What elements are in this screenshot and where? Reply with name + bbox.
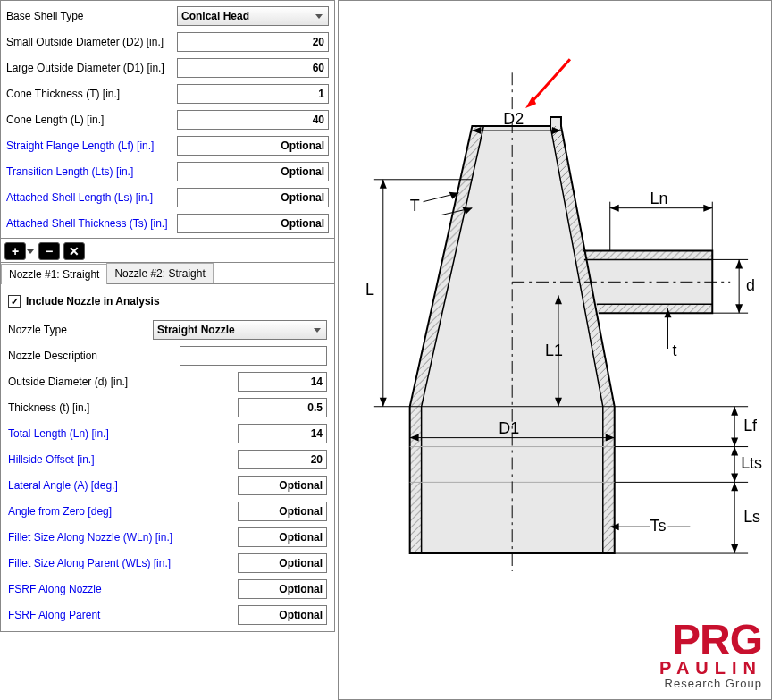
prg-logo: PRG PAULIN Research Group bbox=[659, 622, 762, 690]
noz-anglezero-label[interactable]: Angle from Zero [deg] bbox=[8, 505, 238, 518]
noz-fsrf-p-input[interactable] bbox=[238, 605, 327, 625]
lts-input[interactable] bbox=[177, 162, 329, 181]
ts-input[interactable] bbox=[177, 214, 329, 233]
d1-label: Large Outside Diameter (D1) [in.] bbox=[6, 62, 177, 74]
svg-marker-35 bbox=[735, 304, 743, 313]
plus-icon: + bbox=[12, 244, 19, 258]
d2-label: Small Outside Diameter (D2) [in.] bbox=[6, 36, 177, 48]
noz-wln-label[interactable]: Fillet Size Along Nozzle (WLn) [in.] bbox=[8, 531, 238, 544]
include-nozzle-label: Include Nozzle in Analysis bbox=[26, 295, 160, 308]
dim-ls: Ls bbox=[743, 508, 760, 526]
nozzle-tabs: Nozzle #1: Straight Nozzle #2: Straight bbox=[0, 263, 335, 284]
svg-marker-50 bbox=[731, 544, 738, 553]
nozzle-type-label: Nozzle Type bbox=[8, 324, 153, 336]
svg-marker-45 bbox=[731, 447, 738, 456]
cone-thickness-label: Cone Thickness (T) [in.] bbox=[6, 88, 177, 100]
dim-d1: D1 bbox=[499, 419, 519, 437]
close-button[interactable]: ✕ bbox=[63, 242, 85, 260]
close-icon: ✕ bbox=[69, 244, 80, 258]
minus-icon: − bbox=[46, 244, 53, 258]
noz-hillside-input[interactable] bbox=[238, 450, 327, 469]
tab-nozzle-2[interactable]: Nozzle #2: Straight bbox=[106, 263, 213, 283]
dim-ln: Ln bbox=[650, 190, 668, 207]
noz-ln-input[interactable] bbox=[238, 424, 327, 443]
noz-fsrf-p-label[interactable]: FSRF Along Parent bbox=[8, 609, 238, 621]
noz-ln-label[interactable]: Total Length (Ln) [in.] bbox=[8, 427, 238, 440]
nozzle-desc-label: Nozzle Description bbox=[8, 350, 180, 362]
add-button[interactable]: + bbox=[4, 242, 26, 260]
svg-marker-41 bbox=[731, 407, 738, 416]
nozzle-type-value: Straight Nozzle bbox=[157, 324, 235, 336]
dim-ts: Ts bbox=[650, 517, 667, 535]
noz-wls-input[interactable] bbox=[238, 553, 327, 573]
dim-d2: D2 bbox=[503, 110, 524, 128]
svg-marker-29 bbox=[610, 205, 619, 212]
noz-hillside-label[interactable]: Hillside Offset [in.] bbox=[8, 453, 238, 466]
noz-fsrf-n-input[interactable] bbox=[238, 579, 327, 599]
nozzle-toolbar: + − ✕ bbox=[0, 239, 335, 263]
dim-lts: Lts bbox=[741, 454, 762, 472]
d2-input[interactable] bbox=[177, 32, 329, 52]
cone-length-input[interactable] bbox=[177, 110, 329, 130]
noz-t-label: Thickness (t) [in.] bbox=[8, 401, 238, 414]
svg-marker-42 bbox=[731, 438, 738, 447]
noz-wln-input[interactable] bbox=[238, 527, 327, 547]
dim-t-cone: T bbox=[410, 197, 420, 215]
svg-marker-18 bbox=[380, 398, 387, 407]
noz-t-input[interactable] bbox=[238, 398, 327, 417]
noz-anglezero-input[interactable] bbox=[238, 502, 327, 521]
shell-form: Base Shell Type Conical Head Small Outsi… bbox=[0, 0, 335, 239]
base-shell-type-value: Conical Head bbox=[181, 10, 249, 22]
nozzle-desc-input[interactable] bbox=[180, 346, 327, 366]
dim-lf: Lf bbox=[743, 417, 757, 434]
svg-line-9 bbox=[530, 59, 570, 104]
logo-group: Research Group bbox=[659, 677, 762, 690]
ts-label[interactable]: Attached Shell Thickness (Ts) [in.] bbox=[6, 217, 177, 230]
svg-marker-17 bbox=[380, 180, 387, 189]
cone-diagram: D2 D1 L T L1 Ln bbox=[339, 1, 771, 699]
include-nozzle-checkbox[interactable]: ✓ bbox=[8, 295, 21, 308]
logo-paulin: PAULIN bbox=[659, 659, 762, 677]
svg-marker-34 bbox=[735, 259, 743, 268]
cone-thickness-input[interactable] bbox=[177, 84, 329, 104]
svg-marker-30 bbox=[703, 205, 712, 212]
noz-d-label: Outside Diameter (d) [in.] bbox=[8, 375, 238, 388]
diagram-panel: D2 D1 L T L1 Ln bbox=[338, 0, 772, 700]
base-shell-type-dropdown[interactable]: Conical Head bbox=[177, 6, 329, 26]
nozzle-form: ✓ Include Nozzle in Analysis Nozzle Type… bbox=[0, 284, 335, 632]
noz-wls-label[interactable]: Fillet Size Along Parent (WLs) [in.] bbox=[8, 557, 238, 569]
dim-t-noz: t bbox=[672, 342, 676, 359]
ls-input[interactable] bbox=[177, 188, 329, 207]
noz-lateral-label[interactable]: Lateral Angle (A) [deg.] bbox=[8, 479, 238, 492]
tab-nozzle-1[interactable]: Nozzle #1: Straight bbox=[1, 264, 107, 284]
dim-l: L bbox=[365, 281, 374, 299]
d1-input[interactable] bbox=[177, 58, 329, 78]
noz-fsrf-n-label[interactable]: FSRF Along Nozzle bbox=[8, 583, 238, 595]
noz-d-input[interactable] bbox=[238, 372, 327, 392]
svg-marker-49 bbox=[731, 482, 738, 491]
nozzle-type-dropdown[interactable]: Straight Nozzle bbox=[153, 320, 327, 340]
ls-label[interactable]: Attached Shell Length (Ls) [in.] bbox=[6, 191, 177, 204]
lts-label[interactable]: Transition Length (Lts) [in.] bbox=[6, 165, 177, 178]
svg-marker-46 bbox=[731, 473, 738, 482]
lf-label[interactable]: Straight Flange Length (Lf) [in.] bbox=[6, 139, 177, 152]
remove-button[interactable]: − bbox=[38, 242, 60, 260]
noz-lateral-input[interactable] bbox=[238, 476, 327, 495]
base-shell-type-label: Base Shell Type bbox=[6, 10, 177, 22]
cone-length-label: Cone Length (L) [in.] bbox=[6, 114, 177, 126]
dim-l1: L1 bbox=[545, 342, 563, 359]
dim-d: d bbox=[746, 276, 755, 294]
lf-input[interactable] bbox=[177, 136, 329, 156]
logo-prg: PRG bbox=[659, 622, 762, 659]
